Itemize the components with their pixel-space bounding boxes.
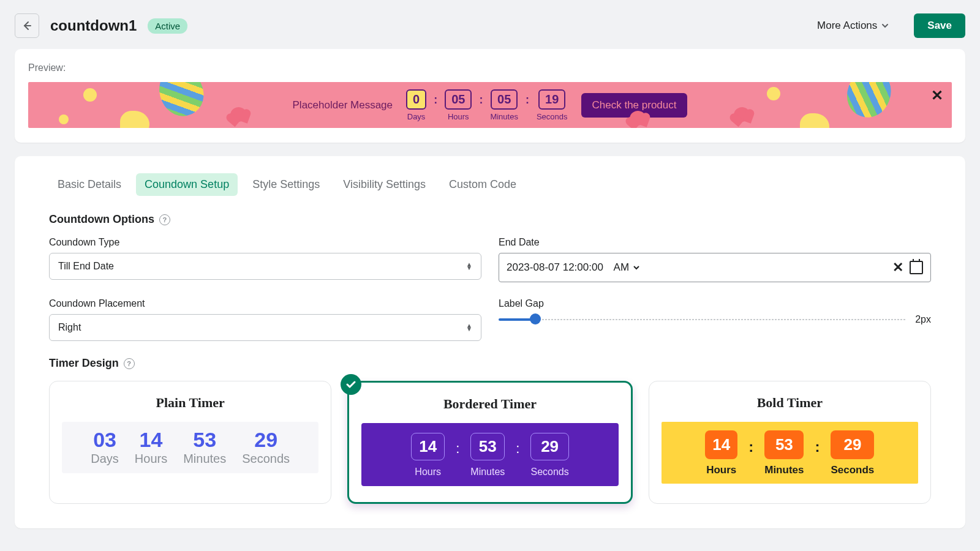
bold-hours-lbl: Hours [705,464,737,476]
banner-message: Placeholder Message [293,99,393,111]
tab-custom-code[interactable]: Custom Code [440,173,525,196]
chevron-down-icon [881,21,889,30]
decor-egg [151,82,211,123]
help-icon[interactable]: ? [159,214,170,225]
tab-style-settings[interactable]: Style Settings [244,173,328,196]
timer-days-label: Days [407,112,426,121]
design-option-bold[interactable]: Bold Timer 14Hours : 53Minutes : 29Secon… [649,381,931,504]
header-bar: countdown1 Active More Actions Save [0,0,980,49]
tab-basic-details[interactable]: Basic Details [49,173,130,196]
field-label-gap: Label Gap 2px [499,298,931,341]
design-option-bordered[interactable]: Bordered Timer 14Hours : 53Minutes : 29S… [347,381,632,504]
timer-design-options: Plain Timer 03Days 14Hours 53Minutes 29S… [49,381,931,504]
countdown-placement-select[interactable]: Right ▲▼ [49,314,481,341]
clear-date-button[interactable]: ✕ [892,260,903,276]
status-badge: Active [148,18,187,34]
end-date-ampm: AM [614,261,630,274]
tab-countdown-setup[interactable]: Coundown Setup [136,173,238,196]
arrow-left-icon [21,20,33,32]
design-option-plain[interactable]: Plain Timer 03Days 14Hours 53Minutes 29S… [49,381,331,504]
timer-minutes-label: Minutes [490,112,518,121]
timer-colon: : [456,441,459,457]
bold-seconds-num: 29 [831,430,874,459]
label-gap-value: 2px [915,314,931,325]
timer-colon: : [516,441,519,457]
plain-days-num: 03 [91,428,119,452]
design-title: Bordered Timer [361,396,618,412]
decor-dot [83,88,97,102]
field-label: Coundown Placement [49,298,481,309]
bord-seconds-lbl: Seconds [530,467,568,478]
timer-minutes-value: 05 [491,89,518,110]
design-title: Bold Timer [662,395,918,411]
save-button[interactable]: Save [914,13,965,38]
plain-minutes-lbl: Minutes [183,452,226,466]
timer-unit-hours: 05 Hours [445,89,472,121]
plain-minutes-num: 53 [183,428,226,452]
preview-label: Preview: [28,62,952,73]
settings-card: Basic Details Coundown Setup Style Setti… [15,156,965,528]
plain-timer-preview: 03Days 14Hours 53Minutes 29Seconds [62,422,318,473]
bold-timer-preview: 14Hours : 53Minutes : 29Seconds [662,422,918,484]
timer-hours-label: Hours [448,112,469,121]
tabs: Basic Details Coundown Setup Style Setti… [49,156,931,209]
calendar-icon[interactable] [910,261,923,274]
plain-seconds-num: 29 [242,428,290,452]
bold-minutes-num: 53 [764,430,804,459]
banner-close-button[interactable]: ✕ [931,87,943,104]
preview-banner: Placeholder Message 0 Days : 05 Hours : … [28,82,952,128]
field-label: End Date [499,237,931,248]
more-actions-label: More Actions [817,20,877,32]
field-label: Label Gap [499,298,931,309]
bord-minutes-lbl: Minutes [470,467,505,478]
decor-dot [767,87,780,100]
field-end-date: End Date 2023-08-07 12:00:00 AM ✕ [499,237,931,282]
end-date-value: 2023-08-07 12:00:00 [507,261,603,274]
bord-hours-num: 14 [411,433,445,460]
decor-blob [800,113,829,128]
timer-colon: : [434,94,437,107]
timer-colon: : [748,438,753,455]
timer-unit-minutes: 05 Minutes [490,89,518,121]
plain-hours-lbl: Hours [135,452,167,466]
timer-colon: : [815,438,820,455]
decor-egg [840,82,897,124]
select-value: Right [58,322,81,333]
slider-thumb[interactable] [530,313,541,324]
bold-hours-num: 14 [705,430,737,459]
select-value: Till End Date [58,261,114,272]
section-timer-design: Timer Design ? [49,357,931,370]
end-date-input[interactable]: 2023-08-07 12:00:00 AM ✕ [499,253,931,282]
banner-timer: 0 Days : 05 Hours : 05 Minutes : 19 Seco… [406,89,568,121]
field-countdown-type: Coundown Type Till End Date ▲▼ [49,237,481,282]
select-arrows-icon: ▲▼ [466,324,472,331]
label-gap-slider[interactable] [499,318,907,321]
bold-seconds-lbl: Seconds [831,464,874,476]
bord-hours-lbl: Hours [411,467,445,478]
field-countdown-placement: Coundown Placement Right ▲▼ [49,298,481,341]
chevron-down-icon [633,264,640,271]
timer-days-value: 0 [406,89,426,110]
section-countdown-options: Countdown Options ? [49,213,931,226]
design-title: Plain Timer [62,395,318,411]
field-label: Coundown Type [49,237,481,248]
preview-card: Preview: Placeholder Message 0 Days : 05… [15,49,965,143]
bordered-timer-preview: 14Hours : 53Minutes : 29Seconds [361,423,618,486]
section-title-text: Timer Design [49,357,119,370]
page-title: countdown1 [50,17,137,34]
decor-heart [228,105,247,124]
countdown-type-select[interactable]: Till End Date ▲▼ [49,253,481,280]
back-button[interactable] [15,13,39,38]
decor-dot [59,114,69,124]
timer-unit-days: 0 Days [406,89,426,121]
select-arrows-icon: ▲▼ [466,263,472,270]
bord-minutes-num: 53 [470,433,505,460]
plain-hours-num: 14 [135,428,167,452]
decor-blob [120,111,149,128]
more-actions-button[interactable]: More Actions [810,15,897,37]
tab-visibility-settings[interactable]: Visibility Settings [334,173,434,196]
plain-days-lbl: Days [91,452,119,466]
timer-unit-seconds: 19 Seconds [537,89,568,121]
help-icon[interactable]: ? [124,358,135,369]
timer-hours-value: 05 [445,89,472,110]
